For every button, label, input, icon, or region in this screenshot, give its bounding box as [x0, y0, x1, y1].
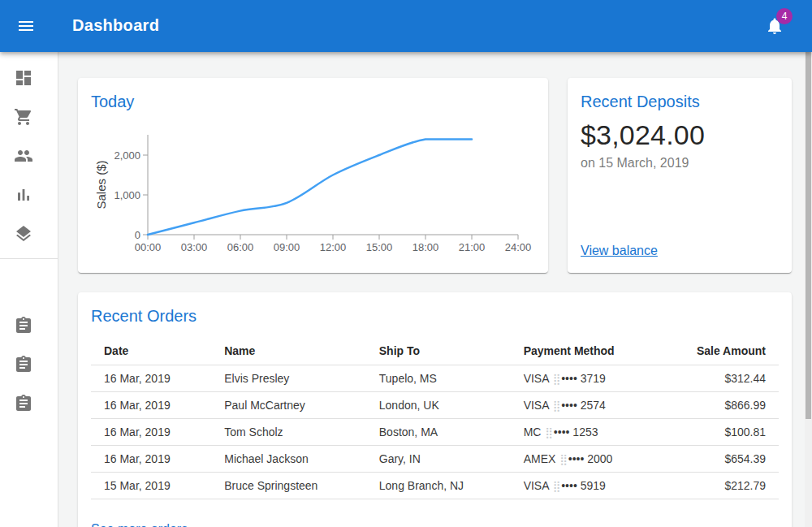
order-date: 16 Mar, 2019 — [91, 418, 211, 445]
order-amount: $866.99 — [668, 391, 779, 418]
sidebar-item-dashboard[interactable] — [0, 58, 58, 97]
layers-icon — [14, 224, 33, 244]
column-header-amount: Sale Amount — [668, 338, 779, 365]
sidebar-item-integrations[interactable] — [0, 214, 58, 253]
order-date: 16 Mar, 2019 — [91, 445, 211, 472]
column-header-payment: Payment Method — [511, 338, 669, 365]
braille-glyph: ⣿ — [545, 426, 553, 438]
see-more-orders-link[interactable]: See more orders — [91, 522, 188, 527]
sales-chart: 01,0002,00000:0003:0006:0009:0012:0015:0… — [91, 127, 535, 259]
recent-deposits-title: Recent Deposits — [581, 91, 779, 112]
braille-glyph: ⣿ — [553, 373, 561, 385]
assignment-icon — [14, 394, 33, 413]
sidebar-item-orders[interactable] — [0, 97, 58, 136]
column-header-ship-to: Ship To — [366, 338, 511, 365]
svg-text:21:00: 21:00 — [459, 241, 486, 253]
order-date: 16 Mar, 2019 — [91, 365, 211, 391]
svg-text:24:00: 24:00 — [505, 241, 532, 253]
today-title: Today — [91, 91, 535, 112]
svg-text:15:00: 15:00 — [366, 241, 393, 253]
svg-text:2,000: 2,000 — [114, 149, 140, 162]
svg-text:09:00: 09:00 — [274, 241, 300, 253]
order-amount: $212.79 — [668, 472, 779, 499]
table-row: 15 Mar, 2019 Bruce Springsteen Long Bran… — [91, 472, 779, 499]
payment-masked: •••• 3719 — [561, 372, 606, 385]
notification-badge: 4 — [776, 8, 793, 24]
scrollbar-thumb[interactable] — [806, 52, 811, 419]
recent-deposits-card: Recent Deposits $3,024.00 on 15 March, 2… — [568, 78, 792, 273]
bar-chart-icon — [14, 185, 33, 205]
order-payment: VISA ⣿•••• 2574 — [511, 391, 669, 418]
order-amount: $100.81 — [668, 418, 779, 445]
order-name: Elvis Presley — [211, 365, 366, 391]
braille-glyph: ⣿ — [553, 400, 561, 412]
order-ship-to: Boston, MA — [366, 418, 511, 445]
assignment-icon — [14, 355, 33, 374]
order-name: Michael Jackson — [211, 445, 366, 472]
svg-text:12:00: 12:00 — [320, 241, 347, 253]
order-ship-to: Gary, IN — [366, 445, 511, 472]
braille-glyph: ⣿ — [553, 480, 561, 492]
order-date: 16 Mar, 2019 — [91, 391, 211, 418]
table-row: 16 Mar, 2019 Paul McCartney London, UK V… — [91, 391, 779, 418]
order-name: Paul McCartney — [211, 391, 366, 418]
recent-orders-title: Recent Orders — [91, 305, 779, 326]
notifications-button[interactable]: 4 — [757, 10, 793, 42]
order-name: Bruce Springsteen — [211, 472, 366, 499]
payment-masked: •••• 2574 — [561, 399, 606, 412]
order-name: Tom Scholz — [211, 418, 366, 445]
sidebar-item-customers[interactable] — [0, 136, 58, 175]
orders-table: Date Name Ship To Payment Method Sale Am… — [91, 338, 779, 499]
dashboard-icon — [14, 68, 33, 88]
sidebar-item-report-3[interactable] — [0, 384, 58, 423]
payment-brand: AMEX — [524, 452, 556, 465]
menu-button[interactable] — [10, 10, 42, 42]
payment-brand: VISA — [524, 479, 549, 492]
order-ship-to: London, UK — [366, 391, 511, 418]
order-payment: VISA ⣿•••• 5919 — [511, 472, 669, 499]
shopping-cart-icon — [14, 107, 33, 127]
column-header-date: Date — [91, 338, 211, 365]
payment-masked: •••• 5919 — [561, 479, 606, 492]
payment-brand: MC — [524, 425, 542, 438]
sidebar-item-reports[interactable] — [0, 175, 58, 214]
order-payment: AMEX ⣿•••• 2000 — [511, 445, 669, 472]
payment-masked: •••• 1253 — [554, 425, 598, 438]
deposit-date: on 15 March, 2019 — [581, 156, 779, 171]
svg-text:00:00: 00:00 — [135, 241, 162, 253]
svg-text:Sales ($): Sales ($) — [94, 160, 108, 209]
sidebar-main-list — [0, 52, 58, 253]
svg-text:03:00: 03:00 — [181, 241, 208, 253]
svg-text:06:00: 06:00 — [227, 241, 254, 253]
order-ship-to: Long Branch, NJ — [366, 472, 511, 499]
view-balance-link[interactable]: View balance — [581, 244, 658, 258]
app-bar: Dashboard 4 — [0, 0, 812, 52]
table-row: 16 Mar, 2019 Michael Jackson Gary, IN AM… — [91, 445, 779, 472]
order-payment: MC ⣿•••• 1253 — [511, 418, 669, 445]
today-card: Today 01,0002,00000:0003:0006:0009:0012:… — [78, 78, 548, 273]
menu-icon — [16, 16, 36, 36]
assignment-icon — [14, 316, 33, 335]
order-date: 15 Mar, 2019 — [91, 472, 211, 499]
recent-orders-card: Recent Orders Date Name Ship To Payment … — [78, 292, 792, 527]
sidebar-item-report-1[interactable] — [0, 306, 58, 345]
people-icon — [14, 146, 33, 166]
sidebar-secondary-list — [0, 259, 58, 423]
table-header-row: Date Name Ship To Payment Method Sale Am… — [91, 338, 779, 365]
svg-text:0: 0 — [135, 229, 140, 241]
svg-text:1,000: 1,000 — [114, 189, 140, 201]
table-row: 16 Mar, 2019 Tom Scholz Boston, MA MC ⣿•… — [91, 418, 779, 445]
column-header-name: Name — [211, 338, 366, 365]
sidebar-item-report-2[interactable] — [0, 345, 58, 384]
dashboard-app: Dashboard 4 — [0, 0, 812, 527]
page-title: Dashboard — [72, 16, 159, 35]
sidebar — [0, 52, 58, 527]
deposit-amount: $3,024.00 — [581, 119, 779, 151]
scrollbar-track[interactable] — [805, 52, 812, 527]
svg-text:18:00: 18:00 — [412, 241, 439, 253]
order-amount: $312.44 — [668, 365, 779, 391]
payment-masked: •••• 2000 — [568, 452, 613, 465]
payment-brand: VISA — [524, 372, 549, 385]
order-amount: $654.39 — [668, 445, 779, 472]
order-payment: VISA ⣿•••• 3719 — [511, 365, 669, 391]
